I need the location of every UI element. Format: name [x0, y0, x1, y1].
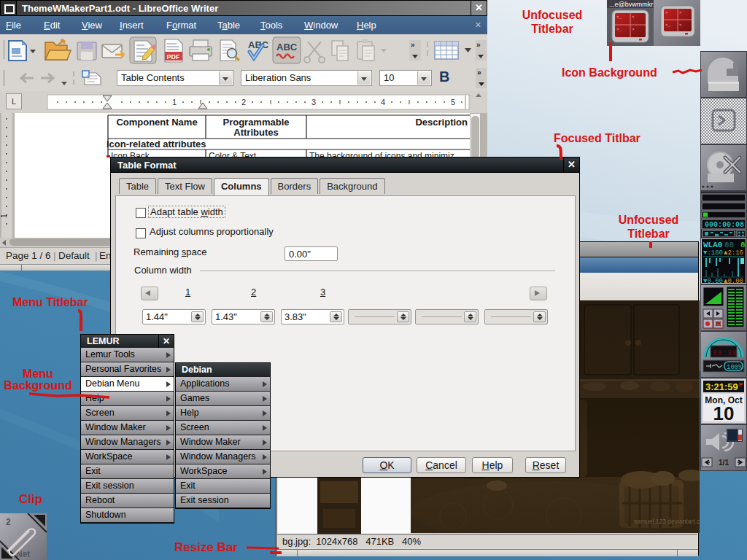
svg-text:»: »: [411, 41, 415, 49]
svg-text:P: P: [739, 381, 743, 388]
svg-text:»: »: [476, 41, 481, 49]
svg-text:2: 2: [241, 98, 246, 106]
svg-text:1: 1: [0, 214, 8, 218]
svg-text:Description: Description: [415, 117, 468, 128]
svg-text:88: 88: [724, 241, 735, 249]
svg-text:1/1: 1/1: [719, 459, 729, 467]
svg-text:>_: >_: [616, 15, 622, 20]
svg-text:Component Name: Component Name: [116, 117, 197, 128]
svg-text:WLA0: WLA0: [703, 241, 722, 249]
svg-text:8: 8: [740, 241, 746, 249]
svg-text:000:00:08: 000:00:08: [705, 221, 744, 229]
svg-text:>: >: [679, 10, 682, 15]
svg-text:samuel.123.deviantart.com: samuel.123.deviantart.com: [634, 518, 700, 525]
svg-text:▲2:16: ▲2:16: [724, 249, 743, 257]
svg-text:»: »: [477, 69, 481, 77]
svg-text:3: 3: [311, 98, 316, 106]
svg-text:Programmable: Programmable: [222, 117, 289, 128]
svg-text:10: 10: [713, 402, 735, 424]
svg-text:3:21:59: 3:21:59: [705, 381, 738, 392]
svg-text:1: 1: [172, 98, 177, 106]
svg-text:5: 5: [451, 98, 455, 106]
svg-text:>: >: [632, 27, 635, 32]
svg-text:>: >: [632, 15, 635, 20]
svg-text:100%: 100%: [727, 364, 743, 371]
svg-text:Attributes: Attributes: [233, 127, 278, 138]
svg-text:>_: >_: [665, 23, 671, 28]
svg-text:88:38: 88:38: [713, 349, 737, 357]
svg-text:PDF: PDF: [167, 53, 181, 61]
svg-text:4: 4: [381, 98, 385, 106]
svg-text:Icon-related attributes: Icon-related attributes: [107, 139, 206, 149]
svg-text:>: >: [679, 23, 682, 28]
svg-text:...e@bvwmmkr:~: ...e@bvwmmkr:~: [609, 1, 659, 8]
svg-text:▼:180: ▼:180: [703, 249, 723, 257]
svg-text:2: 2: [6, 517, 11, 527]
svg-text:>_: >_: [616, 27, 622, 32]
svg-text:>: >: [665, 10, 668, 15]
svg-text:ABC: ABC: [276, 42, 298, 52]
